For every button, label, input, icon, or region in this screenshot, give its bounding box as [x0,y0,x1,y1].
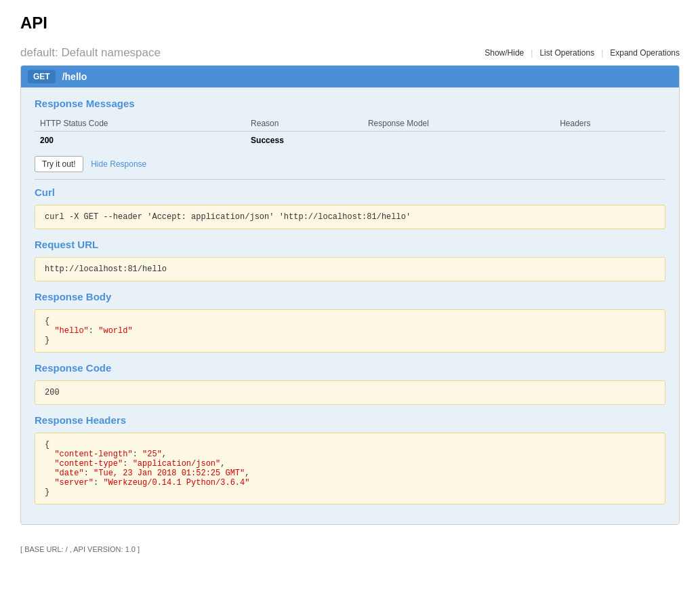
response-headers-heading: Response Headers [35,414,665,426]
header-date-key: "date" [54,469,83,478]
namespace-label: default: Default namespace [20,46,161,60]
curl-code: curl -X GET --header 'Accept: applicatio… [35,205,665,229]
request-url-heading: Request URL [35,239,665,250]
header-content-type-val: "application/json" [133,459,221,469]
header-server-val: "Werkzeug/0.14.1 Python/3.6.4" [103,478,249,488]
json-key: "hello" [54,326,88,336]
cell-status: 200 [35,132,245,150]
namespace-description: : Default namespace [55,46,161,59]
request-url-code: http://localhost:81/hello [35,257,665,281]
col-reason: Reason [245,116,363,132]
response-headers-block: Response Headers { "content-length": "25… [35,414,665,504]
list-operations-link[interactable]: List Operations [539,48,594,58]
footer: [ BASE URL: / , API VERSION: 1.0 ] [20,545,680,553]
show-hide-link[interactable]: Show/Hide [485,48,524,58]
curl-block: Curl curl -X GET --header 'Accept: appli… [35,186,665,229]
col-status-code: HTTP Status Code [35,116,245,132]
response-code-heading: Response Code [35,362,665,374]
header-content-length-key: "content-length" [54,450,132,459]
namespace-id: default [20,46,55,59]
curl-heading: Curl [35,186,665,198]
cell-model [363,132,554,150]
response-headers-code: { "content-length": "25", "content-type"… [35,433,665,504]
cell-headers [554,132,665,150]
response-code-value: 200 [35,380,665,405]
api-section: GET /hello Response Messages HTTP Status… [20,65,680,525]
response-table: HTTP Status Code Reason Response Model H… [35,116,665,149]
response-messages-heading: Response Messages [35,98,665,109]
response-body-code: { "hello": "world" } [35,309,665,353]
footer-api-version: API VERSION: 1.0 [73,545,136,553]
header-server-key: "server" [54,478,94,488]
hide-response-link[interactable]: Hide Response [91,159,146,169]
page-title: API [20,14,680,33]
table-row: 200 Success [35,132,665,150]
header-content-length-val: "25" [142,450,162,459]
try-it-row: Try it out! Hide Response [35,156,665,172]
response-section: Response Messages HTTP Status Code Reaso… [21,87,679,524]
request-url-block: Request URL http://localhost:81/hello [35,239,665,281]
header-date-val: "Tue, 23 Jan 2018 01:52:25 GMT" [94,469,245,478]
table-header-row: HTTP Status Code Reason Response Model H… [35,116,665,132]
method-badge: GET [28,70,56,83]
namespace-bar: default: Default namespace Show/Hide | L… [20,46,680,60]
namespace-actions: Show/Hide | List Operations | Expand Ope… [485,48,680,58]
response-messages-block: Response Messages HTTP Status Code Reaso… [35,98,665,172]
response-code-block: Response Code 200 [35,362,665,405]
footer-base-url: BASE URL: / [24,545,68,553]
divider1: | [531,48,533,58]
col-headers: Headers [554,116,665,132]
expand-operations-link[interactable]: Expand Operations [610,48,680,58]
divider2: | [601,48,603,58]
divider-line-1 [35,179,665,180]
response-body-heading: Response Body [35,291,665,302]
try-it-button[interactable]: Try it out! [35,156,83,172]
header-content-type-key: "content-type" [54,459,123,469]
response-body-block: Response Body { "hello": "world" } [35,291,665,353]
col-response-model: Response Model [363,116,554,132]
endpoint-row[interactable]: GET /hello [21,66,679,87]
json-value: "world" [98,326,132,336]
cell-reason: Success [245,132,363,150]
endpoint-path: /hello [62,71,87,82]
